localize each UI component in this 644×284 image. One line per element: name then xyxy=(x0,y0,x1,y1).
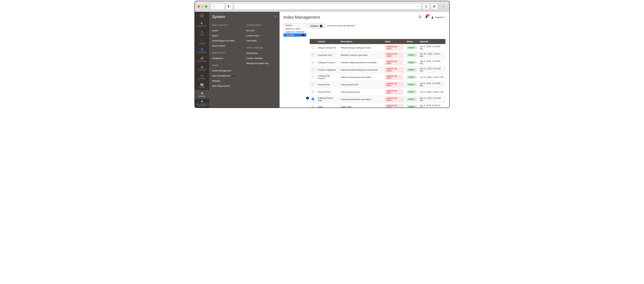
share-button[interactable] xyxy=(423,4,430,9)
flyout-link-web-setup-wizard[interactable]: Web Setup Wizard xyxy=(212,83,230,88)
col-description[interactable]: Description xyxy=(339,39,384,44)
flyout-link-export[interactable]: Export xyxy=(212,33,218,38)
row-checkbox[interactable] xyxy=(312,98,314,100)
row-checkbox[interactable] xyxy=(312,91,314,93)
records-info: 10 records found (1 selected) xyxy=(327,24,355,27)
row-checkbox[interactable] xyxy=(312,61,314,63)
nav-item-customers[interactable]: 👤CUSTOMERS xyxy=(195,46,209,55)
back-button[interactable] xyxy=(211,4,218,9)
row-checkbox[interactable] xyxy=(312,83,314,86)
updated-cell: Jan 4, 2018, 12:34:04 PM xyxy=(418,44,445,52)
description-cell: Index product EAV xyxy=(339,81,384,88)
checkbox-cell xyxy=(310,88,316,96)
flyout-link-import[interactable]: Import xyxy=(212,28,218,33)
mode-cell: UPDATE ON SAVE xyxy=(384,74,405,81)
flyout-link-index-management[interactable]: Index Management xyxy=(212,73,230,78)
nav-item-label: CUSTOMERS xyxy=(197,52,206,53)
description-cell: Index stock xyxy=(339,103,384,108)
nav-item-dashboard[interactable]: ◐DASHBOARD xyxy=(195,20,209,29)
nav-item-reports[interactable]: ⫿⫿REPORTS xyxy=(195,73,209,81)
catalog-icon: ⬚ xyxy=(201,39,203,43)
description-cell: Indexed category/products association xyxy=(339,59,384,66)
description-cell: Index product prices xyxy=(339,88,384,96)
submit-button[interactable]: Submit 5 xyxy=(308,24,325,28)
table-row: Customer GridRebuild Customer grid index… xyxy=(310,52,446,59)
admin-nav: ◐DASHBOARD$SALES⬚CATALOG👤CUSTOMERS📣MARKE… xyxy=(195,12,209,108)
search-icon[interactable] xyxy=(419,16,422,19)
user-name: MagePal xyxy=(435,16,443,19)
indexer-cell: Product Price xyxy=(316,88,339,96)
nav-item-label: FIND PARTNERS & EXTENSIONS xyxy=(195,104,209,107)
flyout-link-notifications[interactable]: Notifications xyxy=(246,51,258,56)
nav-item-label: REPORTS xyxy=(198,78,206,80)
indexer-cell: Product EAV xyxy=(316,81,339,88)
flyout-link-integrations[interactable]: Integrations xyxy=(212,56,223,61)
flyout-link-locked-users[interactable]: Locked Users xyxy=(246,33,259,38)
action-option-update-on-save[interactable]: Update on Save xyxy=(284,27,306,30)
mode-badge: UPDATE ON SAVE xyxy=(385,60,404,65)
status-cell: READY xyxy=(405,81,418,88)
col-updated[interactable]: Updated xyxy=(418,39,445,44)
user-menu[interactable]: MagePal ▾ xyxy=(431,16,445,19)
col-status[interactable]: Status xyxy=(405,39,418,44)
indexer-cell: Category Products xyxy=(316,59,339,66)
updated-cell: Jan 4, 2018, 12:34:08 PM xyxy=(418,81,445,88)
col-indexer[interactable]: Indexer xyxy=(316,39,339,44)
flyout-column: Data TransferImportExportImport/Export T… xyxy=(210,21,244,88)
action-option-reindex[interactable]: Reindex4 xyxy=(284,34,306,37)
indexer-cell: Catalog Rule Product xyxy=(316,74,339,81)
mode-cell: UPDATE ON SAVE xyxy=(384,103,405,108)
window-close-icon[interactable] xyxy=(198,5,200,8)
status-badge: READY xyxy=(407,105,417,108)
main-content: Index Management 14 MagePal ▾ xyxy=(280,12,449,108)
indexer-cell: Customer Grid xyxy=(316,52,339,59)
flyout-link-custom-variables[interactable]: Custom Variables xyxy=(246,56,263,61)
row-checkbox[interactable] xyxy=(312,76,314,78)
status-cell: READY xyxy=(405,74,418,81)
mode-badge: UPDATE ON SAVE xyxy=(385,97,404,102)
url-bar[interactable]: ⟳ xyxy=(234,4,421,9)
new-tab-button[interactable]: + xyxy=(440,1,447,12)
checkbox-cell xyxy=(310,81,316,88)
row-checkbox[interactable] xyxy=(312,105,314,108)
nav-item-catalog[interactable]: ⬚CATALOG xyxy=(195,37,209,46)
nav-item-system[interactable]: ⚙SYSTEM xyxy=(195,90,209,99)
col-mode[interactable]: Mode xyxy=(384,39,405,44)
sidebar-toggle-button[interactable] xyxy=(226,4,232,9)
forward-button[interactable] xyxy=(218,4,224,9)
status-cell: READY xyxy=(405,88,418,96)
step-badge-4: 4 xyxy=(302,34,304,37)
window-zoom-icon[interactable] xyxy=(205,5,208,8)
tabs-button[interactable] xyxy=(431,4,438,9)
table-row: Category ProductsIndexed category/produc… xyxy=(310,59,446,66)
nav-item-content[interactable]: ▤CONTENT xyxy=(195,64,209,73)
nav-item-sales[interactable]: $SALES xyxy=(195,29,209,37)
flyout-link-import-history[interactable]: Import History xyxy=(212,43,226,48)
indexer-cell: Product Categories xyxy=(316,66,339,74)
updated-cell: Jul 22, 2018, 1:00:07 AM xyxy=(418,88,445,96)
row-checkbox[interactable] xyxy=(312,46,314,49)
flyout-link-import-export-tax-rates[interactable]: Import/Export Tax Rates xyxy=(212,38,235,43)
window-minimize-icon[interactable] xyxy=(201,5,204,8)
updated-cell: Nov 11, 2017, 3:31:05 PM xyxy=(418,96,445,103)
row-checkbox[interactable] xyxy=(312,54,314,56)
nav-item-marketing[interactable]: 📣MARKETING xyxy=(195,55,209,64)
row-checkbox[interactable] xyxy=(312,69,314,71)
magento-logo[interactable] xyxy=(195,12,209,20)
flyout-link-backups[interactable]: Backups xyxy=(212,78,220,83)
nav-item-find-partners-extensions[interactable]: ◆FIND PARTNERS & EXTENSIONS xyxy=(195,99,209,108)
submit-button-label: Submit xyxy=(311,25,318,27)
notifications-button[interactable]: 14 xyxy=(425,16,428,19)
checkbox-cell xyxy=(310,59,316,66)
index-table: Indexer Description Mode Status Updated … xyxy=(310,39,446,108)
action-option-update-by-schedule[interactable]: Update by Schedule xyxy=(284,30,306,34)
flyout-link-manage-encryption-key[interactable]: Manage Encryption Key xyxy=(246,61,269,66)
status-badge: READY xyxy=(407,76,417,79)
reload-icon[interactable]: ⟳ xyxy=(417,5,419,8)
flyout-link-user-roles[interactable]: User Roles xyxy=(246,38,257,43)
close-icon[interactable]: ✕ xyxy=(274,15,276,18)
actions-dropdown[interactable]: Actions Update on SaveUpdate by Schedule… xyxy=(284,24,306,37)
index-table-wrap: Indexer Description Mode Status Updated … xyxy=(306,39,449,108)
flyout-link-cache-management[interactable]: Cache Management xyxy=(212,68,231,73)
flyout-link-all-users[interactable]: All Users xyxy=(246,28,255,33)
